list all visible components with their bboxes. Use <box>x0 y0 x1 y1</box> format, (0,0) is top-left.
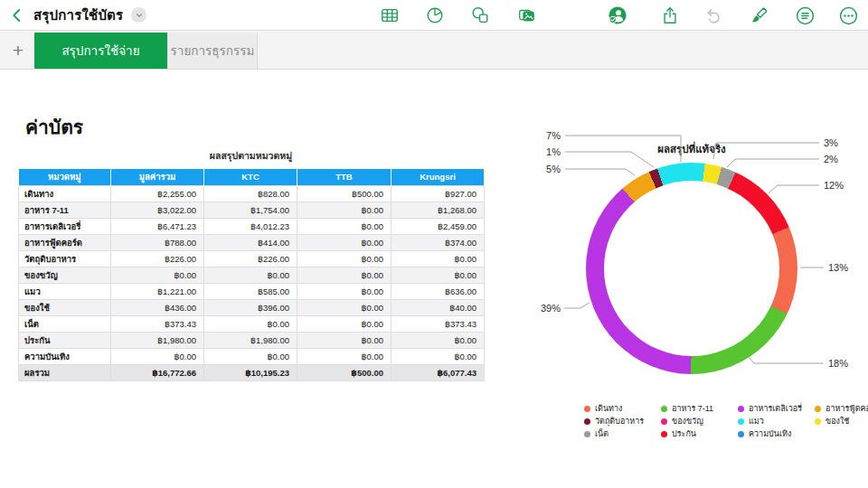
legend-swatch-icon <box>815 406 821 412</box>
table-cell[interactable]: ฿2,459.00 <box>392 218 485 234</box>
segment-percent-label: 7% <box>546 130 561 141</box>
add-sheet-button[interactable]: + <box>7 40 29 61</box>
table-footer-cell[interactable]: ฿10,195.23 <box>204 364 297 380</box>
segment-percent-label: 18% <box>828 358 848 369</box>
table-cell[interactable]: อาหาร 7-11 <box>19 202 111 218</box>
table-cell[interactable]: ฿0.00 <box>204 348 297 364</box>
table-cell[interactable]: ฿0.00 <box>392 250 485 267</box>
title-menu-button[interactable] <box>131 7 146 23</box>
table-cell[interactable]: ฿40.00 <box>392 299 485 315</box>
legend-item: อาหารฟู้ดคอร์ด <box>815 403 868 414</box>
table-cell[interactable]: ฿4,012.23 <box>204 218 297 234</box>
table-cell[interactable]: ฿226.00 <box>111 250 204 267</box>
table-cell[interactable]: ฿927.00 <box>392 185 485 202</box>
document-title[interactable]: สรุปการใช้บัตร <box>33 5 123 26</box>
table-cell[interactable]: ฿0.00 <box>297 234 392 250</box>
table-cell[interactable]: ฿585.00 <box>204 283 297 299</box>
table-cell[interactable]: ฿0.00 <box>297 202 392 218</box>
summary-table[interactable]: หมวดหมู่มูลค่ารวมKTCTTBKrungsri เดินทาง฿… <box>18 169 485 381</box>
column-header[interactable]: หมวดหมู่ <box>19 169 111 185</box>
legend-item: แมว <box>738 416 815 427</box>
table-cell[interactable]: แมว <box>19 283 111 299</box>
table-cell[interactable]: ฿788.00 <box>111 234 204 250</box>
donut-chart[interactable]: ผลสรุปที่แท้จริง 13%18%39%5%1%7%3%2%12% … <box>524 117 868 479</box>
table-cell[interactable]: อาหารเดลิเวอรี่ <box>19 218 111 234</box>
table-cell[interactable]: ฿226.00 <box>204 250 297 267</box>
table-cell[interactable]: ฿636.00 <box>392 283 485 299</box>
table-cell[interactable]: ฿0.00 <box>297 299 392 315</box>
table-row: ความบันเทิง฿0.00฿0.00฿0.00฿0.00 <box>19 348 485 364</box>
table-cell[interactable]: ฿3,022.00 <box>111 202 204 218</box>
column-header[interactable]: Krungsri <box>392 169 485 185</box>
legend-label: เดินทาง <box>595 402 622 415</box>
callout-line <box>769 185 819 193</box>
format-brush-icon[interactable] <box>748 5 769 26</box>
table-cell[interactable]: ประกัน <box>19 332 111 348</box>
table-cell[interactable]: ฿500.00 <box>297 185 392 202</box>
table-cell[interactable]: ฿1,754.00 <box>204 202 297 218</box>
legend-item: ของขวัญ <box>661 416 738 427</box>
collaborate-icon[interactable] <box>607 5 628 26</box>
column-header[interactable]: TTB <box>297 169 392 185</box>
legend-label: ประกัน <box>672 427 696 440</box>
table-cell[interactable]: ฿414.00 <box>204 234 297 250</box>
table-cell[interactable]: ฿0.00 <box>297 348 392 364</box>
table-cell[interactable]: ฿2,255.00 <box>111 185 204 202</box>
table-cell[interactable]: ฿0.00 <box>111 267 204 283</box>
legend-item: ความบันเทิง <box>738 428 815 439</box>
table-row: อาหารฟู้ดคอร์ด฿788.00฿414.00฿0.00฿374.00 <box>19 234 485 250</box>
legend-label: ของใช้ <box>826 415 849 427</box>
table-cell[interactable]: ฿1,221.00 <box>111 283 204 299</box>
table-cell[interactable]: เดินทาง <box>19 185 111 202</box>
table-cell[interactable]: ฿1,268.00 <box>392 202 485 218</box>
legend-item: ของใช้ <box>815 416 868 427</box>
table-cell[interactable]: ฿0.00 <box>297 218 392 234</box>
table-cell[interactable]: ฿373.43 <box>392 315 485 332</box>
table-cell[interactable]: ของขวัญ <box>19 267 111 283</box>
share-icon[interactable] <box>659 5 681 26</box>
table-cell[interactable]: ฿0.00 <box>204 315 297 332</box>
column-header[interactable]: มูลค่ารวม <box>111 169 204 185</box>
table-cell[interactable]: ฿0.00 <box>297 267 392 283</box>
table-cell[interactable]: วัตถุดิบอาหาร <box>19 250 111 267</box>
table-footer-cell[interactable]: ผลรวม <box>19 364 111 380</box>
table-cell[interactable]: ฿396.00 <box>204 299 297 315</box>
insert-shape-icon[interactable] <box>469 5 491 26</box>
table-cell[interactable]: ฿1,980.00 <box>204 332 297 348</box>
table-footer-cell[interactable]: ฿6,077.43 <box>392 364 485 380</box>
table-footer-cell[interactable]: ฿16,772.66 <box>111 364 204 380</box>
sheet-canvas[interactable]: ค่าบัตร ผลสรุปตามหมวดหมู่ หมวดหมู่มูลค่า… <box>0 70 868 488</box>
table-cell[interactable]: เน็ต <box>19 315 111 332</box>
insert-chart-icon[interactable] <box>424 5 446 26</box>
table-footer-cell[interactable]: ฿500.00 <box>297 364 392 380</box>
insert-table-icon[interactable] <box>379 5 401 26</box>
column-header[interactable]: KTC <box>204 169 297 185</box>
tab-summary[interactable]: สรุปการใช้จ่าย <box>34 33 167 69</box>
table-cell[interactable]: ฿436.00 <box>111 299 204 315</box>
table-cell[interactable]: ฿0.00 <box>204 267 297 283</box>
table-cell[interactable]: ฿0.00 <box>111 348 204 364</box>
table-cell[interactable]: ฿0.00 <box>392 348 485 364</box>
table-cell[interactable]: ของใช้ <box>19 299 111 315</box>
table-cell[interactable]: ฿6,471.23 <box>111 218 204 234</box>
table-cell[interactable]: ฿0.00 <box>392 267 485 283</box>
table-cell[interactable]: อาหารฟู้ดคอร์ด <box>19 234 111 250</box>
table-cell[interactable]: ฿0.00 <box>297 332 392 348</box>
table-cell[interactable]: ฿373.43 <box>111 315 204 332</box>
more-icon[interactable] <box>837 5 859 26</box>
view-options-icon[interactable] <box>794 5 816 26</box>
insert-media-icon[interactable] <box>515 5 537 26</box>
table-cell[interactable]: ฿0.00 <box>392 332 485 348</box>
table-cell[interactable]: ฿828.00 <box>204 185 297 202</box>
tab-transactions[interactable]: รายการธุรกรรม <box>167 33 258 69</box>
table-cell[interactable]: ฿374.00 <box>392 234 485 250</box>
table-row: อาหารเดลิเวอรี่฿6,471.23฿4,012.23฿0.00฿2… <box>19 218 485 234</box>
callout-line <box>565 169 635 175</box>
table-cell[interactable]: ความบันเทิง <box>19 348 111 364</box>
table-cell[interactable]: ฿0.00 <box>297 283 392 299</box>
undo-icon[interactable] <box>703 5 725 26</box>
back-icon[interactable] <box>9 6 25 24</box>
table-cell[interactable]: ฿0.00 <box>297 315 392 332</box>
table-cell[interactable]: ฿0.00 <box>297 250 392 267</box>
table-cell[interactable]: ฿1,980.00 <box>111 332 204 348</box>
